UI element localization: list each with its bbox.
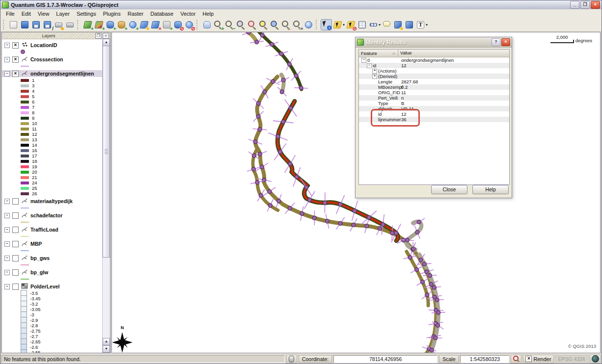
scroll-down-icon[interactable]: ▼ (103, 345, 110, 353)
zoom-in-icon[interactable]: + (213, 20, 223, 30)
open-attribute-table-icon[interactable] (357, 20, 367, 30)
feature-column-header[interactable]: Feature (361, 51, 377, 56)
layer-item-ondergrondsegmentlijnen[interactable]: −×ondergrondsegmentlijnen (2, 70, 103, 77)
close-button[interactable]: Close (431, 185, 467, 194)
layer-item-PolderLevel[interactable]: −PolderLevel (2, 283, 103, 290)
collapse-icon[interactable]: − (4, 227, 10, 233)
layer-visibility-checkbox[interactable] (12, 255, 19, 261)
identify-row-0[interactable]: −0ondergrondsegmentlijnen (359, 57, 509, 63)
layer-visibility-checkbox[interactable]: × (12, 71, 19, 77)
new-bookmark-icon[interactable]: ★ (393, 20, 403, 30)
identify-row-type[interactable]: TypeB (359, 101, 509, 106)
value-column-header[interactable]: Value (398, 50, 414, 57)
dialog-help-icon[interactable]: ? (492, 38, 500, 46)
menu-item-vector[interactable]: Vector (177, 10, 199, 17)
collapse-icon[interactable]: − (4, 71, 10, 77)
render-checkbox[interactable]: × (525, 356, 532, 362)
add-postgis-layer-icon[interactable]: + (105, 20, 115, 30)
coordinate-input[interactable]: 78114,426956 (333, 355, 438, 363)
render-toggle[interactable]: × Render (523, 355, 553, 364)
identify-row-id[interactable]: id12 (359, 111, 509, 117)
identify-row-lijnnummer[interactable]: lijnnummer36 (359, 117, 509, 122)
projection-button[interactable] (590, 355, 601, 364)
identify-row-pert_veili[interactable]: Pert_Veilin (359, 95, 509, 101)
add-wms-layer-icon[interactable]: + (128, 20, 138, 30)
menu-item-settings[interactable]: Settings (73, 10, 100, 17)
scale-input[interactable]: 1:542580323 (460, 355, 509, 363)
collapse-icon[interactable]: − (4, 43, 10, 48)
layer-visibility-checkbox[interactable] (12, 269, 19, 276)
collapse-icon[interactable]: − (4, 256, 10, 261)
layer-item-MBP[interactable]: −MBP (2, 240, 103, 247)
add-spatialite-layer-icon[interactable]: + (116, 20, 127, 30)
identify-row-lengte[interactable]: Lengte2827.68 (359, 79, 509, 84)
zoom-region-icon[interactable] (270, 20, 280, 30)
scroll-up-icon[interactable]: ▲ (103, 39, 110, 46)
identify-row-mboezempl[interactable]: MBoezempl0.2 (359, 84, 509, 90)
identify-row-dijkvak[interactable]: dijkvakVP-11 (359, 106, 509, 111)
panel-float-icon[interactable]: ❐ (95, 33, 102, 39)
offline-editing-icon[interactable]: ⊘ (184, 20, 194, 30)
new-project-icon[interactable] (8, 20, 19, 30)
layers-scrollbar[interactable]: ▲ ▲ ▼ (102, 39, 110, 353)
deselect-features-icon[interactable]: ⊘ (346, 20, 356, 30)
menu-item-layer[interactable]: Layer (53, 10, 73, 17)
map-tips-icon[interactable] (382, 20, 392, 30)
menu-item-raster[interactable]: Raster (124, 10, 147, 17)
save-project-icon[interactable] (31, 20, 41, 30)
layer-item-bp_gws[interactable]: −bp_gws (2, 255, 103, 261)
layer-item-schadefactor[interactable]: −schadefactor (2, 212, 103, 219)
coordinate-capture-button[interactable] (286, 355, 297, 364)
pan-map-icon[interactable] (202, 20, 212, 30)
layer-visibility-checkbox[interactable] (12, 198, 19, 205)
select-features-icon[interactable] (332, 20, 343, 30)
collapse-icon[interactable]: − (4, 241, 10, 247)
zoom-last-icon[interactable]: ← (281, 20, 291, 30)
save-project-as-icon[interactable]: / (42, 20, 53, 30)
collapse-icon[interactable]: − (4, 284, 10, 289)
remove-layer-icon[interactable]: × (150, 20, 161, 30)
menu-item-view[interactable]: View (34, 10, 53, 17)
identify-row-orig_fid[interactable]: ORIG_FID11 (359, 90, 509, 95)
menu-item-help[interactable]: Help (199, 10, 217, 17)
layer-visibility-checkbox[interactable] (12, 212, 19, 219)
identify-table-header[interactable]: Feature Value (359, 50, 509, 57)
db-manager-icon[interactable]: ⊘ (173, 20, 183, 30)
tree-expander-icon[interactable]: − (361, 58, 366, 63)
select-features-dropdown-icon[interactable]: ▾ (343, 23, 345, 27)
layer-visibility-checkbox[interactable] (12, 284, 19, 290)
scroll-thumb[interactable] (103, 46, 110, 258)
zoom-selection-icon[interactable] (247, 20, 257, 30)
refresh-map-icon[interactable] (303, 20, 314, 30)
restore-button[interactable]: ❐ (580, 1, 590, 9)
tree-expander-icon[interactable]: + (372, 74, 377, 79)
collapse-icon[interactable]: − (4, 213, 10, 218)
identify-dialog-titlebar[interactable]: Identify Results ? × (356, 37, 512, 48)
measure-icon[interactable] (368, 20, 379, 30)
new-shapefile-layer-icon[interactable]: ★ (139, 20, 149, 30)
layer-visibility-checkbox[interactable]: × (12, 42, 19, 49)
composer-manager-icon[interactable] (65, 20, 75, 30)
stop-render-button[interactable] (511, 355, 521, 364)
collapse-icon[interactable]: − (4, 270, 10, 275)
measure-dropdown-icon[interactable]: ▾ (379, 23, 381, 27)
close-button[interactable]: × (591, 1, 600, 9)
layer-item-materiaaltypedijk[interactable]: −materiaaltypedijk (2, 198, 103, 205)
new-print-composer-icon[interactable]: ★ (54, 20, 64, 30)
minimize-button[interactable]: _ (570, 1, 579, 9)
menu-item-edit[interactable]: Edit (18, 10, 34, 17)
add-raster-layer-icon[interactable]: + (94, 20, 104, 30)
layer-item-bp_glw[interactable]: −bp_glw (2, 269, 103, 276)
layer-item-Crosssection[interactable]: −×Crosssection (2, 56, 103, 63)
zoom-out-icon[interactable]: − (224, 20, 235, 30)
tree-expander-icon[interactable]: − (367, 63, 372, 68)
layer-item-LocationID[interactable]: −×LocationID (2, 42, 103, 49)
dialog-close-icon[interactable]: × (501, 38, 510, 46)
panel-close-icon[interactable]: × (103, 33, 109, 39)
identify-row-actions[interactable]: +(Actions) (359, 68, 509, 74)
text-annotation-icon[interactable]: T (415, 20, 426, 30)
scroll-up2-icon[interactable]: ▲ (103, 338, 110, 345)
identify-row-derived[interactable]: +(Derived) (359, 74, 509, 79)
menu-item-database[interactable]: Database (147, 10, 177, 17)
identify-features-icon[interactable]: i (321, 20, 331, 30)
